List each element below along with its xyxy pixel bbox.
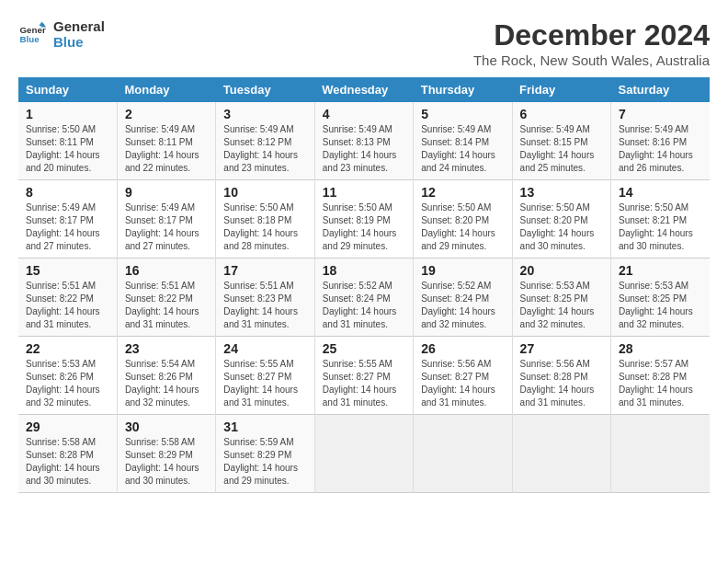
day-detail: Sunrise: 5:53 AMSunset: 8:25 PMDaylight:… — [619, 280, 702, 331]
header-tuesday: Tuesday — [216, 77, 314, 102]
day-number: 17 — [223, 263, 306, 278]
calendar-week-row: 15Sunrise: 5:51 AMSunset: 8:22 PMDayligh… — [18, 259, 710, 337]
day-detail: Sunrise: 5:49 AMSunset: 8:17 PMDaylight:… — [125, 201, 208, 253]
day-detail: Sunrise: 5:49 AMSunset: 8:14 PMDaylight:… — [421, 123, 504, 175]
day-detail: Sunrise: 5:56 AMSunset: 8:28 PMDaylight:… — [520, 358, 603, 409]
day-number: 19 — [421, 263, 504, 278]
day-number: 26 — [421, 341, 504, 356]
day-detail: Sunrise: 5:53 AMSunset: 8:26 PMDaylight:… — [26, 358, 109, 409]
calendar-cell: 24Sunrise: 5:55 AMSunset: 8:27 PMDayligh… — [216, 337, 314, 415]
calendar-cell: 22Sunrise: 5:53 AMSunset: 8:26 PMDayligh… — [18, 337, 117, 415]
day-detail: Sunrise: 5:51 AMSunset: 8:22 PMDaylight:… — [125, 280, 208, 331]
calendar-week-row: 1Sunrise: 5:50 AMSunset: 8:11 PMDaylight… — [18, 102, 710, 180]
calendar-cell — [314, 415, 413, 493]
day-number: 13 — [520, 185, 603, 200]
calendar-week-row: 8Sunrise: 5:49 AMSunset: 8:17 PMDaylight… — [18, 180, 710, 259]
day-detail: Sunrise: 5:58 AMSunset: 8:28 PMDaylight:… — [26, 436, 109, 488]
calendar-body: 1Sunrise: 5:50 AMSunset: 8:11 PMDaylight… — [18, 102, 710, 493]
day-number: 4 — [323, 107, 405, 121]
day-detail: Sunrise: 5:55 AMSunset: 8:27 PMDaylight:… — [323, 358, 405, 409]
day-number: 6 — [520, 107, 603, 121]
calendar-table: SundayMondayTuesdayWednesdayThursdayFrid… — [18, 77, 710, 493]
day-number: 8 — [26, 185, 109, 200]
day-detail: Sunrise: 5:50 AMSunset: 8:11 PMDaylight:… — [26, 123, 109, 175]
calendar-cell: 25Sunrise: 5:55 AMSunset: 8:27 PMDayligh… — [314, 337, 413, 415]
day-detail: Sunrise: 5:50 AMSunset: 8:20 PMDaylight:… — [421, 201, 504, 253]
day-number: 31 — [223, 419, 306, 434]
day-detail: Sunrise: 5:59 AMSunset: 8:29 PMDaylight:… — [223, 436, 306, 488]
day-number: 9 — [125, 185, 208, 200]
header-monday: Monday — [117, 77, 215, 102]
day-detail: Sunrise: 5:49 AMSunset: 8:13 PMDaylight:… — [323, 123, 405, 175]
header-sunday: Sunday — [18, 77, 117, 102]
logo-line2: Blue — [53, 34, 105, 50]
title-area: December 2024 The Rock, New South Wales,… — [473, 18, 710, 68]
calendar-cell: 28Sunrise: 5:57 AMSunset: 8:28 PMDayligh… — [611, 337, 710, 415]
day-number: 28 — [619, 341, 702, 356]
calendar-cell: 23Sunrise: 5:54 AMSunset: 8:26 PMDayligh… — [117, 337, 215, 415]
logo-icon: General Blue — [18, 20, 46, 48]
day-number: 23 — [125, 341, 208, 356]
calendar-cell: 7Sunrise: 5:49 AMSunset: 8:16 PMDaylight… — [611, 102, 710, 180]
calendar-cell: 31Sunrise: 5:59 AMSunset: 8:29 PMDayligh… — [216, 415, 314, 493]
day-detail: Sunrise: 5:52 AMSunset: 8:24 PMDaylight:… — [421, 280, 504, 331]
day-number: 5 — [421, 107, 504, 121]
logo: General Blue General Blue — [18, 18, 105, 50]
day-number: 15 — [26, 263, 109, 278]
day-number: 10 — [223, 185, 306, 200]
day-detail: Sunrise: 5:52 AMSunset: 8:24 PMDaylight:… — [323, 280, 405, 331]
calendar-cell: 27Sunrise: 5:56 AMSunset: 8:28 PMDayligh… — [512, 337, 610, 415]
day-detail: Sunrise: 5:50 AMSunset: 8:21 PMDaylight:… — [619, 201, 702, 253]
day-number: 7 — [619, 107, 702, 121]
calendar-cell: 12Sunrise: 5:50 AMSunset: 8:20 PMDayligh… — [414, 180, 512, 259]
day-number: 24 — [223, 341, 306, 356]
calendar-cell: 5Sunrise: 5:49 AMSunset: 8:14 PMDaylight… — [414, 102, 512, 180]
calendar-week-row: 22Sunrise: 5:53 AMSunset: 8:26 PMDayligh… — [18, 337, 710, 415]
day-number: 30 — [125, 419, 208, 434]
header-thursday: Thursday — [414, 77, 512, 102]
day-number: 2 — [125, 107, 208, 121]
month-title: December 2024 — [473, 18, 710, 52]
day-detail: Sunrise: 5:51 AMSunset: 8:23 PMDaylight:… — [223, 280, 306, 331]
calendar-cell: 29Sunrise: 5:58 AMSunset: 8:28 PMDayligh… — [18, 415, 117, 493]
day-number: 14 — [619, 185, 702, 200]
day-detail: Sunrise: 5:55 AMSunset: 8:27 PMDaylight:… — [223, 358, 306, 409]
day-detail: Sunrise: 5:49 AMSunset: 8:11 PMDaylight:… — [125, 123, 208, 175]
calendar-cell: 6Sunrise: 5:49 AMSunset: 8:15 PMDaylight… — [512, 102, 610, 180]
calendar-cell: 13Sunrise: 5:50 AMSunset: 8:20 PMDayligh… — [512, 180, 610, 259]
day-number: 29 — [26, 419, 109, 434]
header-wednesday: Wednesday — [314, 77, 413, 102]
calendar-cell: 21Sunrise: 5:53 AMSunset: 8:25 PMDayligh… — [611, 259, 710, 337]
header-friday: Friday — [512, 77, 610, 102]
calendar-cell: 17Sunrise: 5:51 AMSunset: 8:23 PMDayligh… — [216, 259, 314, 337]
calendar-cell: 1Sunrise: 5:50 AMSunset: 8:11 PMDaylight… — [18, 102, 117, 180]
logo-line1: General — [53, 18, 105, 34]
calendar-cell: 19Sunrise: 5:52 AMSunset: 8:24 PMDayligh… — [414, 259, 512, 337]
day-number: 27 — [520, 341, 603, 356]
day-number: 21 — [619, 263, 702, 278]
calendar-week-row: 29Sunrise: 5:58 AMSunset: 8:28 PMDayligh… — [18, 415, 710, 493]
day-detail: Sunrise: 5:49 AMSunset: 8:16 PMDaylight:… — [619, 123, 702, 175]
day-detail: Sunrise: 5:50 AMSunset: 8:20 PMDaylight:… — [520, 201, 603, 253]
day-number: 18 — [323, 263, 405, 278]
day-detail: Sunrise: 5:54 AMSunset: 8:26 PMDaylight:… — [125, 358, 208, 409]
day-detail: Sunrise: 5:49 AMSunset: 8:17 PMDaylight:… — [26, 201, 109, 253]
calendar-cell: 9Sunrise: 5:49 AMSunset: 8:17 PMDaylight… — [117, 180, 215, 259]
day-detail: Sunrise: 5:56 AMSunset: 8:27 PMDaylight:… — [421, 358, 504, 409]
calendar-cell: 14Sunrise: 5:50 AMSunset: 8:21 PMDayligh… — [611, 180, 710, 259]
calendar-cell: 4Sunrise: 5:49 AMSunset: 8:13 PMDaylight… — [314, 102, 413, 180]
day-detail: Sunrise: 5:49 AMSunset: 8:15 PMDaylight:… — [520, 123, 603, 175]
calendar-cell: 16Sunrise: 5:51 AMSunset: 8:22 PMDayligh… — [117, 259, 215, 337]
day-detail: Sunrise: 5:50 AMSunset: 8:18 PMDaylight:… — [223, 201, 306, 253]
day-number: 3 — [223, 107, 306, 121]
calendar-cell: 15Sunrise: 5:51 AMSunset: 8:22 PMDayligh… — [18, 259, 117, 337]
calendar-cell: 20Sunrise: 5:53 AMSunset: 8:25 PMDayligh… — [512, 259, 610, 337]
day-detail: Sunrise: 5:53 AMSunset: 8:25 PMDaylight:… — [520, 280, 603, 331]
calendar-cell — [611, 415, 710, 493]
calendar-cell: 11Sunrise: 5:50 AMSunset: 8:19 PMDayligh… — [314, 180, 413, 259]
day-number: 1 — [26, 107, 109, 121]
calendar-header-row: SundayMondayTuesdayWednesdayThursdayFrid… — [18, 77, 710, 102]
day-number: 22 — [26, 341, 109, 356]
calendar-cell: 30Sunrise: 5:58 AMSunset: 8:29 PMDayligh… — [117, 415, 215, 493]
svg-text:Blue: Blue — [20, 34, 40, 44]
